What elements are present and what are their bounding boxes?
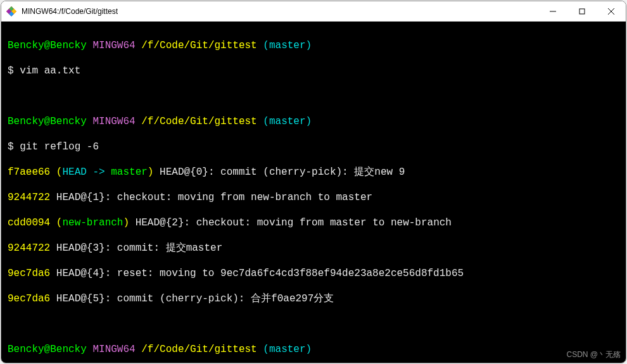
command-line: $ vim aa.txt	[8, 65, 619, 77]
prompt-line: Bencky@Bencky MINGW64 /f/Code/Git/gittes…	[8, 115, 619, 128]
commit-hash: 9ec7da6	[8, 293, 50, 304]
prompt-user: Bencky@Bencky	[8, 344, 87, 355]
branch-ref: master	[111, 166, 148, 178]
terminal-window: MINGW64:/f/Code/Git/gittest Bencky@Benck…	[1, 1, 626, 363]
prompt-branch-close: )	[306, 344, 312, 355]
command-text: git reflog -6	[20, 141, 99, 153]
prompt-branch-open: (	[263, 40, 269, 51]
prompt-symbol: $	[8, 65, 14, 77]
titlebar[interactable]: MINGW64:/f/Code/Git/gittest	[1, 1, 626, 22]
watermark: CSDN @丶无殇	[566, 349, 621, 360]
prompt-path: /f/Code/Git/gittest	[141, 116, 256, 127]
blank-line	[8, 318, 619, 330]
maximize-button[interactable]	[567, 1, 597, 21]
reflog-msg: HEAD@{3}: commit: 提交master	[50, 242, 222, 254]
prompt-line: Bencky@Bencky MINGW64 /f/Code/Git/gittes…	[8, 343, 619, 356]
prompt-env: MINGW64	[92, 116, 135, 127]
commit-hash: cdd0094	[8, 217, 50, 229]
command-line: $ git reflog -6	[8, 141, 619, 153]
commit-hash: 9ec7da6	[8, 268, 50, 279]
decor-open: (	[56, 217, 63, 229]
prompt-branch: master	[269, 116, 306, 127]
prompt-branch: master	[269, 344, 306, 355]
reflog-msg: HEAD@{4}: reset: moving to 9ec7da6fc4cd3…	[50, 268, 464, 279]
prompt-branch: master	[269, 40, 306, 51]
prompt-path: /f/Code/Git/gittest	[141, 344, 256, 355]
reflog-line: 9ec7da6 HEAD@{5}: commit (cherry-pick): …	[8, 292, 619, 305]
window-controls	[538, 1, 626, 21]
svg-rect-6	[580, 9, 585, 14]
commit-hash: f7aee66	[8, 166, 50, 178]
prompt-branch-close: )	[306, 40, 312, 51]
prompt-env: MINGW64	[92, 40, 135, 51]
prompt-path: /f/Code/Git/gittest	[141, 40, 256, 51]
reflog-line: f7aee66 (HEAD -> master) HEAD@{0}: commi…	[8, 166, 619, 179]
prompt-line: Bencky@Bencky MINGW64 /f/Code/Git/gittes…	[8, 39, 619, 52]
reflog-line: 9244722 HEAD@{3}: commit: 提交master	[8, 242, 619, 254]
commit-hash: 9244722	[8, 242, 50, 254]
reflog-line: cdd0094 (new-branch) HEAD@{2}: checkout:…	[8, 217, 619, 229]
prompt-branch-close: )	[306, 116, 312, 127]
reflog-line: 9244722 HEAD@{1}: checkout: moving from …	[8, 191, 619, 204]
reflog-msg: HEAD@{0}: commit (cherry-pick): 提交new 9	[153, 166, 405, 178]
reflog-line: 9ec7da6 HEAD@{4}: reset: moving to 9ec7d…	[8, 267, 619, 280]
reflog-msg: HEAD@{1}: checkout: moving from new-bran…	[50, 192, 372, 203]
head-ref: HEAD ->	[62, 166, 111, 178]
decor-close: )	[123, 217, 129, 229]
app-icon	[6, 6, 16, 16]
prompt-user: Bencky@Bencky	[8, 40, 87, 51]
prompt-user: Bencky@Bencky	[8, 116, 87, 127]
terminal-body[interactable]: Bencky@Bencky MINGW64 /f/Code/Git/gittes…	[1, 22, 626, 363]
command-text: vim aa.txt	[20, 65, 80, 77]
minimize-button[interactable]	[538, 1, 567, 21]
prompt-env: MINGW64	[92, 344, 135, 355]
reflog-msg: HEAD@{2}: checkout: moving from master t…	[129, 217, 452, 229]
reflog-msg: HEAD@{5}: commit (cherry-pick): 合并f0ae29…	[50, 293, 334, 304]
prompt-branch-open: (	[263, 116, 269, 127]
prompt-symbol: $	[8, 141, 14, 153]
branch-ref: new-branch	[62, 217, 123, 229]
commit-hash: 9244722	[8, 192, 50, 203]
prompt-branch-open: (	[263, 344, 269, 355]
blank-line	[8, 90, 619, 103]
close-button[interactable]	[597, 1, 626, 21]
window-title: MINGW64:/f/Code/Git/gittest	[22, 7, 538, 16]
decor-open: (	[56, 166, 63, 178]
